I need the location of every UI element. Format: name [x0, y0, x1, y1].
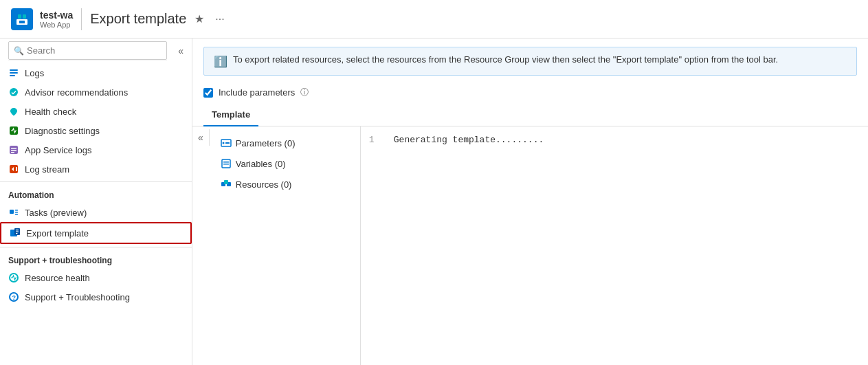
sidebar-item-advisor[interactable]: Advisor recommendations	[0, 82, 192, 102]
advisor-icon	[8, 87, 19, 98]
svg-rect-10	[11, 148, 16, 149]
tasks-label: Tasks (preview)	[25, 208, 87, 218]
applog-icon	[8, 144, 19, 155]
search-icon: 🔍	[14, 46, 24, 56]
sidebar-item-logs[interactable]: Logs	[0, 63, 192, 82]
export-icon	[10, 228, 21, 239]
svg-rect-1	[18, 14, 21, 19]
svg-rect-23	[16, 233, 18, 234]
more-button[interactable]: ···	[212, 10, 227, 28]
tasks-icon	[8, 207, 19, 218]
line-number-1: 1	[369, 135, 383, 145]
support-troubleshooting-label: Support + Troubleshooting	[25, 292, 130, 302]
sidebar: 🔍 « Logs Advisor recommendations	[0, 38, 192, 365]
health-icon	[8, 106, 19, 117]
diagnostic-label: Diagnostic settings	[25, 126, 100, 136]
include-parameters-row: Include parameters ⓘ	[192, 84, 868, 104]
vars-icon	[221, 158, 232, 169]
split-view: « Parameters (0) Variables (0)	[192, 126, 868, 365]
favorite-button[interactable]: ★	[192, 10, 207, 28]
svg-rect-11	[11, 150, 16, 151]
variables-label: Variables (0)	[236, 159, 286, 169]
automation-section-label: Automation	[0, 181, 192, 203]
svg-rect-6	[10, 75, 15, 76]
export-template-label: Export template	[26, 228, 89, 239]
health-check-label: Health check	[25, 107, 76, 117]
info-icon: ℹ️	[214, 55, 227, 68]
tree-item-parameters[interactable]: Parameters (0)	[215, 135, 355, 151]
sidebar-item-log-stream[interactable]: Log stream	[0, 159, 192, 179]
svg-rect-35	[224, 180, 228, 184]
svg-rect-3	[19, 21, 25, 23]
svg-rect-18	[15, 214, 18, 215]
sidebar-item-diagnostic[interactable]: Diagnostic settings	[0, 121, 192, 140]
app-icon	[11, 8, 33, 30]
resources-label: Resources (0)	[236, 179, 292, 190]
svg-rect-16	[15, 210, 18, 211]
parameters-label: Parameters (0)	[236, 138, 296, 148]
sidebar-collapse-button[interactable]: «	[173, 43, 189, 59]
sidebar-item-export-template[interactable]: Export template	[0, 222, 192, 244]
svg-rect-4	[10, 69, 18, 71]
search-container: 🔍	[8, 41, 167, 60]
params-icon	[221, 137, 232, 148]
page-title: Export template	[90, 11, 186, 27]
header-title-group: test-wa Web App	[40, 10, 73, 29]
template-tree: Parameters (0) Variables (0) Resources (…	[210, 126, 361, 365]
svg-rect-15	[10, 210, 14, 214]
resource-name: test-wa	[40, 10, 73, 21]
header-divider	[81, 8, 82, 30]
resource-type: Web App	[40, 21, 73, 29]
content-area: ℹ️ To export related resources, select t…	[192, 38, 868, 365]
logs-label: Logs	[25, 68, 44, 78]
svg-rect-5	[10, 72, 18, 74]
tree-item-variables[interactable]: Variables (0)	[215, 155, 355, 172]
code-content-1: Generating template.........	[394, 135, 544, 145]
support-section-label: Support + troubleshooting	[0, 247, 192, 268]
header-actions: ★ ···	[192, 10, 227, 28]
svg-point-7	[10, 88, 18, 96]
include-parameters-checkbox[interactable]	[203, 88, 213, 98]
info-message: To export related resources, select the …	[233, 54, 778, 65]
logs-icon	[8, 67, 19, 78]
sidebar-item-tasks[interactable]: Tasks (preview)	[0, 203, 192, 222]
svg-rect-22	[16, 232, 19, 232]
info-circle-icon: ⓘ	[300, 87, 309, 98]
svg-point-28	[222, 142, 224, 144]
sidebar-item-app-service-logs[interactable]: App Service logs	[0, 140, 192, 159]
code-view: 1 Generating template.........	[361, 126, 868, 365]
svg-text:?: ?	[12, 294, 16, 301]
split-collapse-button[interactable]: «	[192, 129, 210, 146]
svg-rect-21	[16, 230, 19, 230]
support-icon: ?	[8, 291, 19, 302]
log-stream-label: Log stream	[25, 164, 69, 175]
svg-rect-32	[223, 164, 229, 165]
advisor-label: Advisor recommendations	[25, 87, 128, 98]
resource-health-label: Resource health	[25, 273, 90, 283]
tab-template[interactable]: Template	[203, 104, 258, 126]
main-layout: 🔍 « Logs Advisor recommendations	[0, 38, 868, 365]
sidebar-item-health-check[interactable]: Health check	[0, 102, 192, 121]
svg-rect-2	[23, 14, 26, 19]
sidebar-scroll-area: Logs Advisor recommendations Health chec…	[0, 63, 192, 365]
app-header: test-wa Web App Export template ★ ···	[0, 0, 868, 38]
svg-rect-17	[15, 212, 18, 213]
code-line-1: 1 Generating template.........	[369, 135, 860, 145]
svg-rect-12	[11, 152, 14, 153]
info-banner: ℹ️ To export related resources, select t…	[203, 47, 857, 76]
sidebar-item-support-troubleshooting[interactable]: ? Support + Troubleshooting	[0, 287, 192, 307]
logstream-icon	[8, 164, 19, 175]
svg-rect-14	[16, 167, 17, 171]
resource-health-icon	[8, 272, 19, 283]
svg-rect-29	[225, 142, 230, 144]
app-service-logs-label: App Service logs	[25, 145, 92, 155]
tabs-bar: Template	[192, 104, 868, 126]
sidebar-header: 🔍 «	[0, 38, 192, 63]
sidebar-item-resource-health[interactable]: Resource health	[0, 268, 192, 287]
svg-rect-31	[223, 162, 229, 163]
tree-item-resources[interactable]: Resources (0)	[215, 176, 355, 192]
include-parameters-label[interactable]: Include parameters	[219, 87, 295, 98]
search-input[interactable]	[8, 41, 167, 60]
res-icon	[221, 179, 232, 190]
diagnostic-icon	[8, 125, 19, 136]
